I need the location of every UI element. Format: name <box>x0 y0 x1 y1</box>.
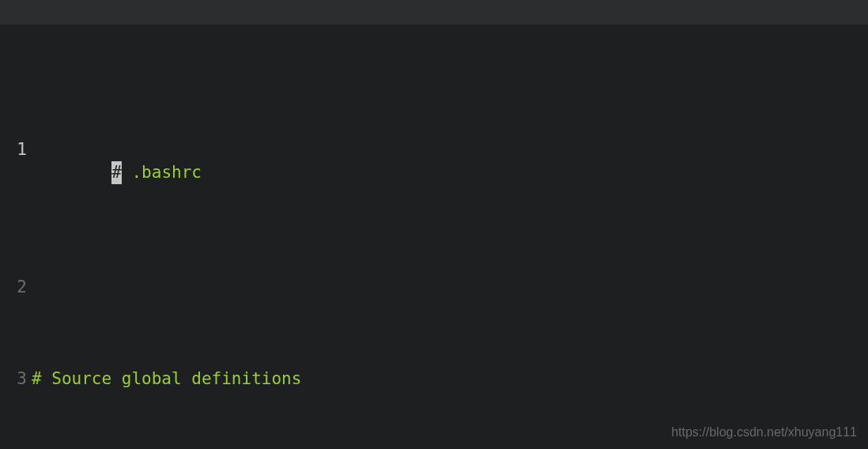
token-comment: # Source global definitions <box>32 369 301 388</box>
line-number: 1 <box>0 138 32 161</box>
code-editor[interactable]: 1 # .bashrc 2 3 # Source global definiti… <box>0 0 868 449</box>
watermark-text: https://blog.csdn.net/xhuyang111 <box>671 424 857 441</box>
code-line[interactable]: 3 # Source global definitions <box>0 368 868 391</box>
line-number: 3 <box>0 368 32 391</box>
editor-cursor: # <box>111 161 122 184</box>
token-comment: .bashrc <box>122 163 202 182</box>
code-line[interactable]: 1 # .bashrc <box>0 138 868 207</box>
current-line-highlight <box>0 0 868 25</box>
code-line[interactable]: 2 <box>0 276 868 299</box>
line-number: 2 <box>0 276 32 299</box>
